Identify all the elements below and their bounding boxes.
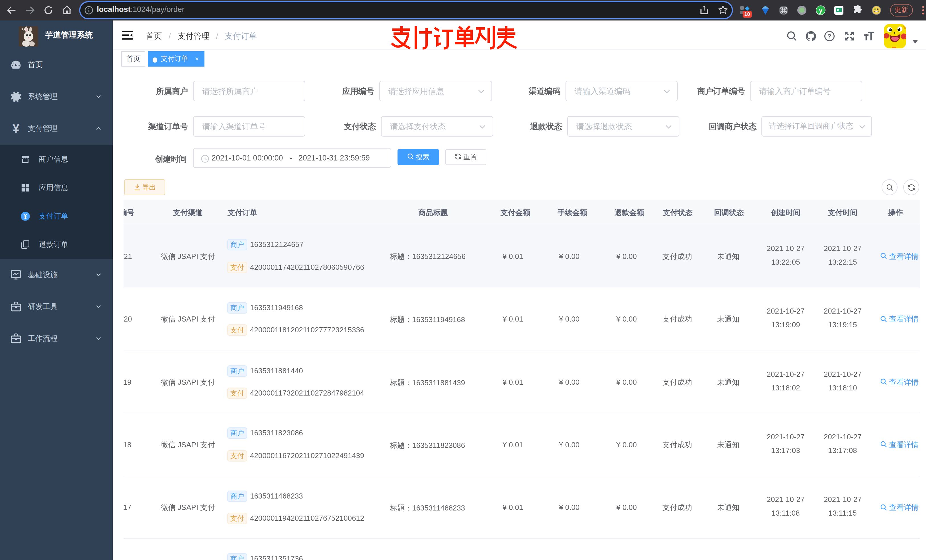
svg-text:y: y [819, 7, 823, 14]
svg-text:?: ? [828, 32, 831, 39]
